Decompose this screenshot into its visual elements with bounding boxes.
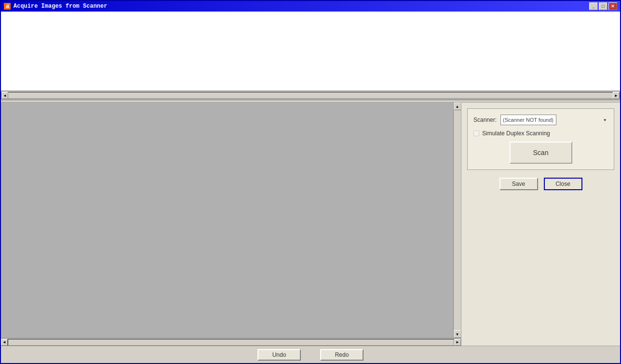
v-scrollbar: ▲ ▼ [453,103,461,338]
scroll-right-arrow[interactable]: ▶ [613,92,620,99]
title-buttons: _ □ ✕ [589,2,617,10]
scroll-down-arrow[interactable]: ▼ [454,330,461,338]
redo-button[interactable]: Redo [320,349,364,361]
window-title: Acquire Images from Scanner [14,3,107,10]
minimize-button[interactable]: _ [589,2,598,10]
close-window-button[interactable]: ✕ [608,2,617,10]
scroll-left-arrow[interactable]: ◀ [1,92,8,99]
bottom-scroll-right[interactable]: ▶ [454,339,461,346]
canvas-container: ▲ ▼ ◀ ▶ [1,103,461,346]
simulate-duplex-label: Simulate Duplex Scanning [482,130,550,137]
scanner-select-wrapper: (Scanner NOT found) [500,115,608,125]
top-h-scrollbar[interactable]: ◀ ▶ [1,92,620,99]
maximize-button[interactable]: □ [599,2,608,10]
simulate-duplex-checkbox[interactable] [473,130,479,136]
window-content: ◀ ▶ ▲ ▼ [1,12,620,363]
save-close-buttons: Save Close [467,178,614,190]
top-preview-area [1,12,620,91]
simulate-duplex-row: Simulate Duplex Scanning [473,130,608,137]
main-area: ▲ ▼ ◀ ▶ [1,103,620,346]
scanner-select[interactable]: (Scanner NOT found) [500,115,556,125]
scanner-label: Scanner: [473,117,497,123]
canvas-area[interactable] [1,103,453,338]
scan-button[interactable]: Scan [510,142,572,164]
top-scrollbar-area: ◀ ▶ [1,91,620,100]
bottom-bar: Undo Redo [1,346,620,363]
save-button[interactable]: Save [500,178,538,190]
title-bar: 🖨 Acquire Images from Scanner _ □ ✕ [1,1,620,12]
undo-button[interactable]: Undo [257,349,301,361]
close-button[interactable]: Close [544,178,582,190]
right-panel: Scanner: (Scanner NOT found) Simulate Du… [461,103,620,346]
scanner-settings-box: Scanner: (Scanner NOT found) Simulate Du… [467,108,614,170]
window-icon: 🖨 [4,3,11,10]
main-window: 🖨 Acquire Images from Scanner _ □ ✕ ◀ ▶ [0,0,621,364]
canvas-with-vscroll: ▲ ▼ [1,103,461,338]
v-scroll-track[interactable] [454,110,461,330]
scroll-up-arrow[interactable]: ▲ [454,103,461,110]
bottom-hscroll: ◀ ▶ [1,338,461,346]
title-bar-left: 🖨 Acquire Images from Scanner [4,3,107,10]
scanner-row: Scanner: (Scanner NOT found) [473,115,608,125]
bottom-scroll-left[interactable]: ◀ [1,339,8,346]
